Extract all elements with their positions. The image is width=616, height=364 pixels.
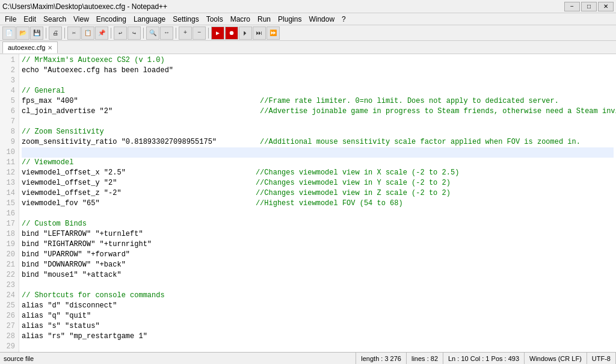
file-tab[interactable]: autoexec.cfg ✕ (2, 42, 58, 54)
print-button[interactable]: 🖨 (49, 26, 62, 40)
close-button[interactable]: ✕ (598, 2, 614, 11)
menu-item-?[interactable]: ? (338, 14, 350, 25)
open-button[interactable]: 📂 (16, 26, 29, 40)
menu-item-file[interactable]: File (1, 14, 20, 25)
file-length: length : 3 276 (356, 353, 407, 364)
menu-bar: FileEditSearchViewEncodingLanguageSettin… (0, 13, 616, 25)
cut-button[interactable]: ✂ (67, 26, 81, 40)
menu-item-macro[interactable]: Macro (227, 14, 254, 25)
menu-item-run[interactable]: Run (254, 14, 274, 25)
toolbar-sep-1 (46, 28, 46, 39)
skip-button[interactable]: ⏭ (253, 26, 266, 40)
file-lines: lines : 82 (407, 353, 443, 364)
minimize-button[interactable]: − (564, 2, 580, 11)
menu-item-settings[interactable]: Settings (169, 14, 202, 25)
toolbar-sep-3 (111, 28, 111, 39)
tab-close-button[interactable]: ✕ (48, 45, 52, 51)
maximize-button[interactable]: □ (581, 2, 597, 11)
copy-button[interactable]: 📋 (81, 26, 94, 40)
toolbar: 📄 📂 💾 🖨 ✂ 📋 📌 ↩ ↪ 🔍 ↔ + − ▶ ⏺ ⏵ ⏭ ⏩ (0, 25, 616, 41)
zoom-in-button[interactable]: + (179, 26, 192, 40)
cursor-position: Ln : 10 Col : 1 Pos : 493 (443, 353, 525, 364)
menu-item-search[interactable]: Search (40, 14, 70, 25)
menu-item-view[interactable]: View (70, 14, 93, 25)
toolbar-sep-6 (208, 28, 209, 39)
status-bar: source file length : 3 276 lines : 82 Ln… (0, 352, 616, 364)
toolbar-sep-5 (176, 28, 176, 39)
zoom-out-button[interactable]: − (192, 26, 206, 40)
menu-item-language[interactable]: Language (130, 14, 169, 25)
title-bar: C:\Users\Maxim\Desktop\autoexec.cfg - No… (0, 0, 616, 13)
menu-item-plugins[interactable]: Plugins (274, 14, 305, 25)
tab-label: autoexec.cfg (8, 44, 45, 51)
paste-button[interactable]: 📌 (95, 26, 108, 40)
save-button[interactable]: 💾 (30, 26, 43, 40)
undo-button[interactable]: ↩ (114, 26, 127, 40)
run-button[interactable]: ▶ (211, 26, 224, 40)
title-controls: − □ ✕ (564, 2, 614, 11)
replace-button[interactable]: ↔ (160, 26, 173, 40)
toolbar-sep-4 (143, 28, 144, 39)
editor-container: 1234567891011121314151617181920212223242… (0, 54, 616, 352)
line-numbers: 1234567891011121314151617181920212223242… (0, 54, 19, 352)
find-button[interactable]: 🔍 (146, 26, 159, 40)
title-text: C:\Users\Maxim\Desktop\autoexec.cfg - No… (2, 2, 167, 11)
encoding-label: UTF-8 (587, 353, 616, 364)
play-button[interactable]: ⏵ (239, 26, 252, 40)
menu-item-encoding[interactable]: Encoding (93, 14, 130, 25)
eol-format: Windows (CR LF) (525, 353, 587, 364)
file-type: source file (0, 353, 356, 364)
menu-item-tools[interactable]: Tools (203, 14, 227, 25)
menu-item-edit[interactable]: Edit (20, 14, 40, 25)
record-button[interactable]: ⏺ (225, 26, 238, 40)
toolbar-sep-2 (64, 28, 65, 39)
tab-bar: autoexec.cfg ✕ (0, 41, 616, 54)
redo-button[interactable]: ↪ (128, 26, 141, 40)
step-button[interactable]: ⏩ (266, 26, 280, 40)
menu-item-window[interactable]: Window (305, 14, 338, 25)
new-button[interactable]: 📄 (2, 26, 16, 40)
code-area[interactable]: // MrMaxim's Autoexec CS2 (v 1.0)echo "A… (19, 54, 616, 352)
